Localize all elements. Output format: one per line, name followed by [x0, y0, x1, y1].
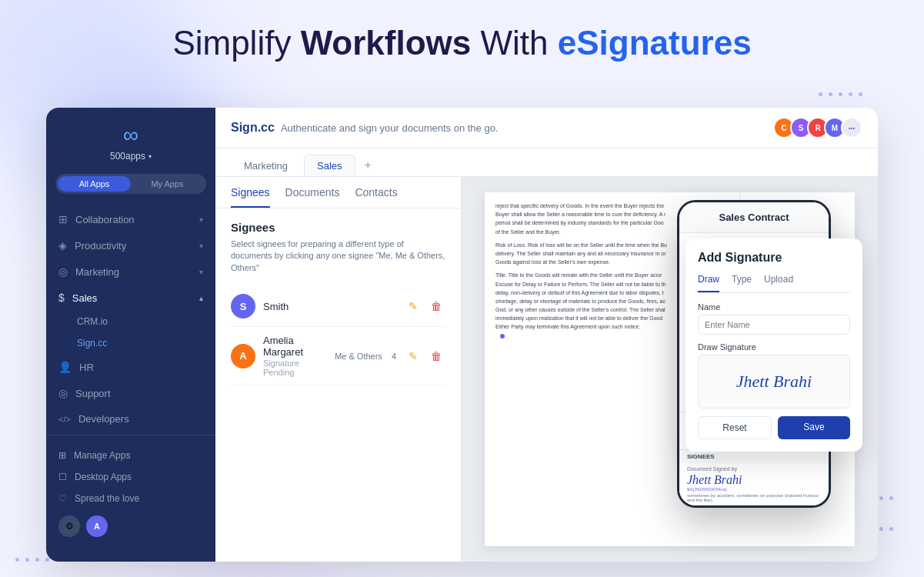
sidebar-item-support[interactable]: ◎ Support — [46, 380, 215, 406]
avatar-extra: ••• — [841, 117, 862, 138]
edit-icon[interactable]: ✎ — [404, 347, 422, 365]
table-row: S Smith ✎ 🗑 — [231, 286, 445, 327]
sidebar-user-settings[interactable]: ⚙ — [58, 515, 80, 537]
hr-icon: 👤 — [58, 361, 72, 373]
sidebar-tab-all-apps[interactable]: All Apps — [58, 176, 131, 192]
sidebar-tab-pills: All Apps My Apps — [55, 174, 206, 194]
sidebar-user-avatar[interactable]: A — [86, 515, 108, 537]
sidebar-item-label: Sales — [72, 292, 192, 304]
sidebar-item-marketing[interactable]: ◎ Marketing ▾ — [46, 258, 215, 285]
chevron-icon: ▾ — [199, 268, 203, 276]
sidebar-item-collaboration[interactable]: ⊞ Collaboration ▾ — [46, 206, 215, 232]
ws-tab-marketing[interactable]: Marketing — [231, 155, 301, 176]
sig-name-input[interactable] — [698, 315, 850, 335]
dot-grid-top-right — [819, 92, 862, 96]
ws-tab-sales[interactable]: Sales — [304, 155, 355, 176]
sign-tab-documents[interactable]: Documents — [285, 186, 340, 208]
sig-panel-actions: Reset Save — [698, 416, 850, 439]
phone-sig-label: Document Signed by — [687, 466, 821, 472]
productivity-icon: ◈ — [58, 239, 67, 252]
sidebar-manage-apps[interactable]: ⊞ Manage Apps — [58, 445, 203, 466]
collaboration-icon: ⊞ — [58, 213, 68, 225]
desktop-apps-icon: ☐ — [58, 472, 67, 482]
chevron-icon: ▾ — [199, 215, 203, 224]
sidebar: ∞ 500apps ▾ All Apps My Apps ⊞ Collabora… — [46, 108, 215, 562]
phone-header: Sales Contract — [679, 202, 829, 233]
signee-count: 4 — [392, 352, 396, 361]
heart-icon: ♡ — [58, 493, 67, 504]
signature-dot — [500, 334, 505, 339]
sign-area: Signees Documents Contacts Signees Selec… — [215, 177, 878, 562]
avatar-group: C S R M ••• — [773, 117, 862, 138]
main-heading: Simplify Workflows With eSignatures — [0, 23, 924, 64]
phone-sig-section: Document Signed by Jhett Brahi $A{JND5NS… — [679, 463, 829, 505]
logo-brand: 500apps ▾ — [110, 151, 152, 162]
sidebar-item-label: HR — [79, 362, 203, 373]
sidebar-item-sales[interactable]: $ Sales ▴ — [46, 285, 215, 311]
sig-panel-tabs: Draw Type Upload — [698, 274, 850, 293]
sidebar-item-developers[interactable]: </> Developers — [46, 406, 215, 432]
signee-info: Smith — [263, 301, 396, 312]
sign-left-panel: Signees Documents Contacts Signees Selec… — [215, 177, 462, 562]
delete-icon[interactable]: 🗑 — [427, 347, 445, 365]
sig-draw-label: Draw Signature — [698, 342, 850, 352]
sign-tabs: Signees Documents Contacts — [215, 177, 461, 208]
sidebar-tab-my-apps[interactable]: My Apps — [131, 176, 204, 192]
sidebar-desktop-apps[interactable]: ☐ Desktop Apps — [58, 466, 203, 488]
phone-sig-note: sometimes by accident, sometimes on purp… — [687, 493, 821, 502]
sidebar-item-hr[interactable]: 👤 HR — [46, 354, 215, 380]
sig-tab-draw[interactable]: Draw — [698, 274, 719, 292]
ws-tab-add-button[interactable]: + — [359, 155, 378, 175]
sig-save-button[interactable]: Save — [778, 416, 850, 439]
chevron-icon: ▴ — [199, 294, 203, 302]
app-tagline: Authenticate and sign your documents on … — [281, 122, 499, 134]
sidebar-item-label: Productivity — [75, 240, 192, 252]
sidebar-sub-item-crm[interactable]: CRM.io — [46, 311, 215, 332]
marketing-icon: ◎ — [58, 265, 68, 278]
sig-draw-area[interactable]: Jhett Brahi — [698, 355, 850, 409]
signee-name: Amelia Margaret — [263, 335, 327, 358]
sidebar-spread-love[interactable]: ♡ Spread the love — [58, 488, 203, 509]
signee-status: Signature Pending — [263, 359, 327, 377]
support-icon: ◎ — [58, 387, 68, 399]
sidebar-item-label: Developers — [78, 413, 203, 425]
table-row: A Amelia Margaret Signature Pending Me &… — [231, 327, 445, 385]
phone-sig-value: Jhett Brahi — [687, 473, 821, 487]
sig-draw-field: Draw Signature Jhett Brahi — [698, 342, 850, 409]
chevron-icon: ▾ — [199, 242, 203, 250]
sidebar-item-productivity[interactable]: ◈ Productivity ▾ — [46, 232, 215, 258]
sig-tab-upload[interactable]: Upload — [764, 274, 793, 292]
delete-icon[interactable]: 🗑 — [427, 297, 445, 315]
app-window: ∞ 500apps ▾ All Apps My Apps ⊞ Collabora… — [46, 108, 878, 562]
signees-list: S Smith ✎ 🗑 A Amelia Margaret — [215, 286, 461, 562]
sig-name-field: Name — [698, 302, 850, 335]
sidebar-logo: ∞ 500apps ▾ — [46, 123, 215, 174]
signee-tag: Me & Others — [335, 352, 382, 361]
signee-actions: ✎ 🗑 — [404, 297, 445, 315]
sidebar-item-label: Marketing — [75, 266, 192, 278]
sig-drawn-value: Jhett Brahi — [736, 372, 812, 392]
sign-tab-contacts[interactable]: Contacts — [355, 186, 397, 208]
sig-panel-title: Add Signature — [698, 251, 850, 265]
sidebar-sub-item-sign[interactable]: Sign.cc — [46, 332, 215, 354]
sidebar-nav: ⊞ Collaboration ▾ ◈ Productivity ▾ ◎ Mar… — [46, 206, 215, 435]
edit-icon[interactable]: ✎ — [404, 297, 422, 315]
manage-apps-icon: ⊞ — [58, 450, 66, 461]
sidebar-item-label: Collaboration — [75, 214, 192, 225]
logo-icon: ∞ — [123, 123, 138, 148]
sidebar-item-label: Support — [75, 388, 203, 399]
signee-name: Smith — [263, 301, 396, 312]
topbar: Sign.cc Authenticate and sign your docum… — [215, 108, 878, 148]
sales-icon: $ — [58, 292, 65, 304]
signee-meta: Me & Others 4 — [335, 352, 396, 361]
sig-reset-button[interactable]: Reset — [698, 416, 772, 439]
signees-section: Signees Select signees for preparing a d… — [215, 208, 461, 286]
signee-avatar: A — [231, 344, 255, 369]
sig-tab-type[interactable]: Type — [732, 274, 752, 292]
signees-subtitle: Select signees for preparing a different… — [231, 238, 445, 274]
sign-tab-signees[interactable]: Signees — [231, 186, 270, 208]
sidebar-footer: ⊞ Manage Apps ☐ Desktop Apps ♡ Spread th… — [46, 435, 215, 546]
phone-doc-title: Sales Contract — [689, 212, 819, 223]
developers-icon: </> — [58, 415, 71, 424]
workspace-tabs: Marketing Sales + — [215, 148, 878, 177]
